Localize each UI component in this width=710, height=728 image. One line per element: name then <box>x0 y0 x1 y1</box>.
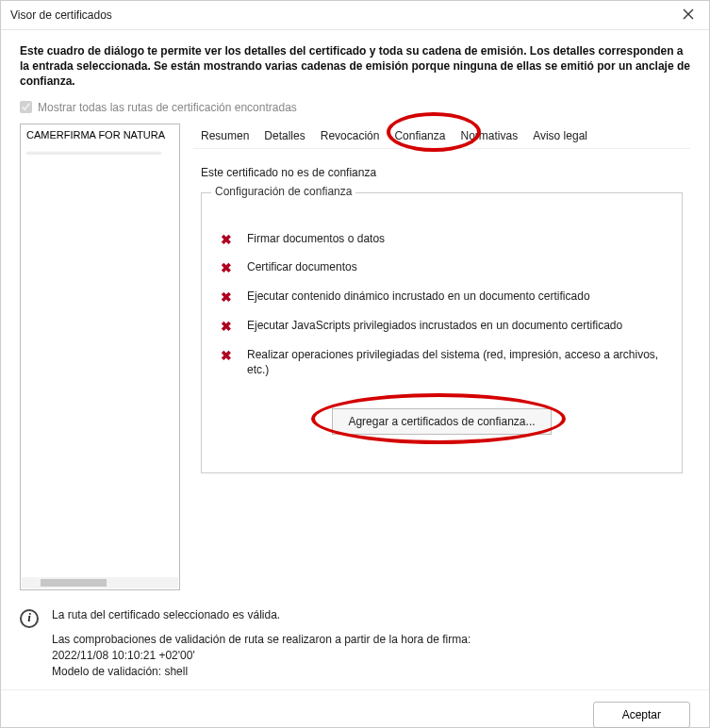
intro-text: Este cuadro de diálogo te permite ver lo… <box>20 43 690 90</box>
validation-line-checks: Las comprobaciones de validación de ruta… <box>52 632 471 648</box>
tab-trust[interactable]: Confianza <box>387 124 453 148</box>
cert-tree-item[interactable]: CAMERFIRMA FOR NATURA <box>21 126 179 143</box>
trust-item-label: Certificar documentos <box>247 259 357 274</box>
trust-item-label: Ejecutar contenido dinámico incrustado e… <box>247 289 590 304</box>
validation-info-text: La ruta del certificado seleccionado es … <box>52 607 471 680</box>
close-icon[interactable] <box>677 7 700 24</box>
trust-item-label: Ejecutar JavaScripts privilegiados incru… <box>247 318 622 333</box>
tab-content-trust: Este certificado no es de confianza Conf… <box>193 157 690 590</box>
x-mark-icon: ✖ <box>219 347 234 365</box>
x-mark-icon: ✖ <box>219 259 234 277</box>
tab-legal[interactable]: Aviso legal <box>525 124 595 148</box>
main-area: CAMERFIRMA FOR NATURA ————————————— Resu… <box>20 124 690 590</box>
validation-info: i La ruta del certificado seleccionado e… <box>20 607 690 680</box>
trust-item: ✖ Firmar documentos o datos <box>219 231 665 249</box>
trust-item: ✖ Realizar operaciones privilegiadas del… <box>219 347 665 377</box>
show-all-paths-label: Mostrar todas las rutas de certificación… <box>38 101 297 114</box>
validation-timestamp: 2022/11/08 10:10:21 +02'00' <box>52 648 471 664</box>
trust-config-fieldset: Configuración de confianza ✖ Firmar docu… <box>201 192 683 473</box>
validation-model: Modelo de validación: shell <box>52 664 471 680</box>
trust-item: ✖ Ejecutar contenido dinámico incrustado… <box>219 289 665 306</box>
trust-item-label: Realizar operaciones privilegiadas del s… <box>247 347 665 377</box>
dialog-content: Este cuadro de diálogo te permite ver lo… <box>1 30 709 689</box>
show-all-paths-input[interactable] <box>20 101 32 113</box>
tab-bar: Resumen Detalles Revocación Confianza No… <box>193 124 690 149</box>
titlebar: Visor de certificados <box>1 1 709 30</box>
add-trusted-wrapper: Agregar a certificados de confianza... <box>219 408 665 435</box>
certificate-viewer-window: Visor de certificados Este cuadro de diá… <box>0 0 710 728</box>
x-mark-icon: ✖ <box>219 231 234 249</box>
trust-status: Este certificado no es de confianza <box>201 166 683 179</box>
info-icon: i <box>20 609 39 628</box>
add-to-trusted-button[interactable]: Agregar a certificados de confianza... <box>332 408 551 435</box>
tab-summary[interactable]: Resumen <box>193 124 256 148</box>
tab-policies[interactable]: Normativas <box>453 124 525 148</box>
cert-tree-item[interactable]: ————————————— <box>21 143 179 160</box>
certificate-tree[interactable]: CAMERFIRMA FOR NATURA ————————————— <box>20 124 180 590</box>
x-mark-icon: ✖ <box>219 318 234 336</box>
x-mark-icon: ✖ <box>219 289 234 306</box>
dialog-footer: Aceptar <box>1 689 709 728</box>
trust-item-label: Firmar documentos o datos <box>247 231 385 246</box>
right-panel: Resumen Detalles Revocación Confianza No… <box>193 124 690 590</box>
scrollbar-thumb[interactable] <box>41 579 107 587</box>
trust-item: ✖ Certificar documentos <box>219 259 665 277</box>
accept-button[interactable]: Aceptar <box>593 702 690 728</box>
tab-revocation[interactable]: Revocación <box>313 124 388 148</box>
horizontal-scrollbar[interactable] <box>22 577 178 588</box>
trust-item: ✖ Ejecutar JavaScripts privilegiados inc… <box>219 318 665 336</box>
window-title: Visor de certificados <box>10 8 112 22</box>
validation-line-valid: La ruta del certificado seleccionado es … <box>52 607 471 623</box>
tab-details[interactable]: Detalles <box>256 124 312 148</box>
trust-config-legend: Configuración de confianza <box>211 185 355 198</box>
show-all-paths-checkbox[interactable]: Mostrar todas las rutas de certificación… <box>20 101 690 114</box>
